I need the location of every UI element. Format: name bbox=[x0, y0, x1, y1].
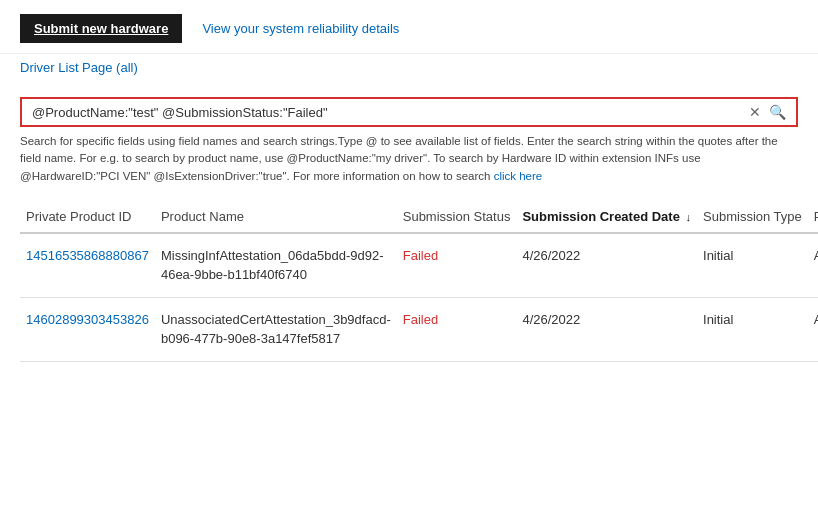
clear-search-icon[interactable]: ✕ bbox=[749, 104, 761, 120]
view-reliability-link[interactable]: View your system reliability details bbox=[202, 21, 399, 36]
col-header-private-product-id: Private Product ID bbox=[20, 201, 155, 233]
submission-created-date-cell: 4/26/2022 bbox=[516, 233, 697, 298]
permission-cell: Author bbox=[808, 233, 818, 298]
product-name-cell: MissingInfAttestation_06da5bdd-9d92-46ea… bbox=[155, 233, 397, 298]
col-header-submission-created-date[interactable]: Submission Created Date ↓ bbox=[516, 201, 697, 233]
submission-type-cell: Initial bbox=[697, 233, 808, 298]
submission-type-cell: Initial bbox=[697, 297, 808, 361]
submission-created-date-cell: 4/26/2022 bbox=[516, 297, 697, 361]
top-bar: Submit new hardware View your system rel… bbox=[0, 0, 818, 54]
driver-list-page-link[interactable]: Driver List Page (all) bbox=[20, 60, 138, 75]
table-header-row: Private Product ID Product Name Submissi… bbox=[20, 201, 818, 233]
search-icon[interactable]: 🔍 bbox=[769, 104, 786, 120]
table-row: 14602899303453826UnassociatedCertAttesta… bbox=[20, 297, 818, 361]
submit-new-hardware-button[interactable]: Submit new hardware bbox=[20, 14, 182, 43]
product-id-link[interactable]: 14516535868880867 bbox=[26, 248, 149, 263]
col-header-submission-type: Submission Type bbox=[697, 201, 808, 233]
product-name-cell: UnassociatedCertAttestation_3b9dfacd-b09… bbox=[155, 297, 397, 361]
col-header-permission: Permission bbox=[808, 201, 818, 233]
table-header: Private Product ID Product Name Submissi… bbox=[20, 201, 818, 233]
search-help-link[interactable]: click here bbox=[494, 170, 543, 182]
submission-status-cell: Failed bbox=[397, 297, 517, 361]
table-container: Private Product ID Product Name Submissi… bbox=[0, 191, 818, 382]
product-id-link[interactable]: 14602899303453826 bbox=[26, 312, 149, 327]
sort-arrow-icon: ↓ bbox=[686, 211, 692, 223]
table-row: 14516535868880867MissingInfAttestation_0… bbox=[20, 233, 818, 298]
search-help-text: Search for specific fields using field n… bbox=[20, 133, 798, 185]
col-header-submission-status: Submission Status bbox=[397, 201, 517, 233]
secondary-nav: Driver List Page (all) bbox=[0, 54, 818, 85]
submission-status-cell: Failed bbox=[397, 233, 517, 298]
table-body: 14516535868880867MissingInfAttestation_0… bbox=[20, 233, 818, 362]
col-header-product-name: Product Name bbox=[155, 201, 397, 233]
search-input[interactable] bbox=[32, 105, 749, 120]
search-box-wrapper: ✕ 🔍 bbox=[20, 97, 798, 127]
submissions-table: Private Product ID Product Name Submissi… bbox=[20, 201, 818, 362]
permission-cell: Author bbox=[808, 297, 818, 361]
search-section: ✕ 🔍 Search for specific fields using fie… bbox=[0, 85, 818, 191]
